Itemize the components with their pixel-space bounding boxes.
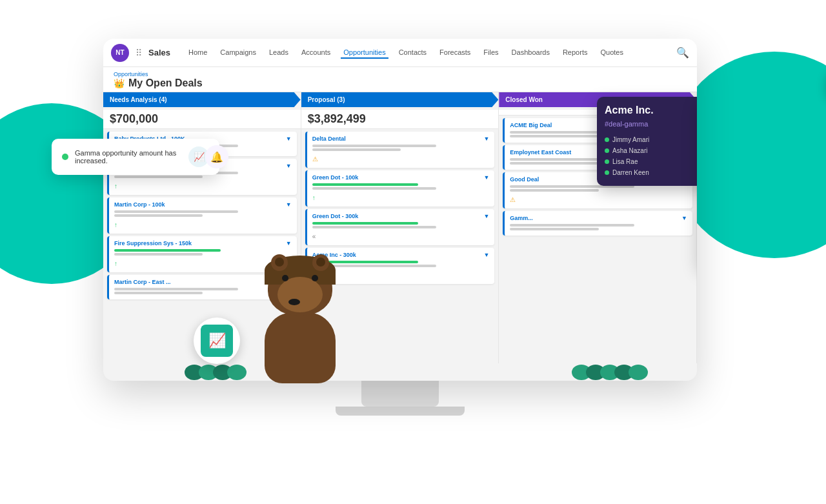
acme-inc-panel: Acme Inc. #deal-gamma Jimmy Amari Asha N… xyxy=(597,97,697,186)
breadcrumb: Opportunities xyxy=(114,71,687,77)
kanban-card[interactable]: Green Dot - 100k ▼ ↑ xyxy=(305,170,495,207)
nav-quotes[interactable]: Quotes xyxy=(598,47,625,59)
acme-panel-title: Acme Inc. xyxy=(605,105,697,116)
notification-text: Gamma opportunity amount has increased. xyxy=(75,149,182,165)
nav-items-list: Home Campaigns Leads Accounts Opportunit… xyxy=(186,47,671,59)
column-amount-proposal: $3,892,499 xyxy=(301,110,499,129)
nav-contacts[interactable]: Contacts xyxy=(396,47,429,59)
acme-member-4: Darren Keen xyxy=(605,167,697,178)
grid-icon[interactable]: ⠿ xyxy=(136,48,142,58)
kanban-card[interactable]: Gamm... ▼ xyxy=(503,211,692,236)
monitor-screen: NT ⠿ Sales Home Campaigns Leads Accounts… xyxy=(103,39,697,381)
nav-leads[interactable]: Leads xyxy=(267,47,291,59)
salesforce-icon-badge: 📈 xyxy=(194,318,240,364)
nav-accounts[interactable]: Accounts xyxy=(299,47,333,59)
nav-reports[interactable]: Reports xyxy=(560,47,590,59)
chart-icon: 📈 xyxy=(201,325,233,357)
acme-member-1: Jimmy Amari xyxy=(605,134,697,145)
search-icon[interactable]: 🔍 xyxy=(676,46,689,59)
acme-member-2: Asha Nazari xyxy=(605,145,697,156)
column-amount-needs-analysis: $700,000 xyxy=(103,110,301,129)
column-header-needs-analysis: Needs Analysis (4) xyxy=(103,92,301,107)
salesforce-navbar: NT ⠿ Sales Home Campaigns Leads Accounts… xyxy=(103,39,697,67)
notification-dot xyxy=(62,154,68,160)
bush-right-decoration xyxy=(574,365,645,380)
notification-popup: Gamma opportunity amount has increased. … xyxy=(52,139,219,175)
user-avatar[interactable]: NT xyxy=(111,44,129,62)
member-status-dot xyxy=(605,159,609,164)
monitor-base xyxy=(336,407,465,416)
astro-character xyxy=(232,222,361,403)
nav-home[interactable]: Home xyxy=(186,47,210,59)
column-header-proposal: Proposal (3) xyxy=(301,92,499,107)
bell-icon[interactable]: 🔔 xyxy=(205,145,228,168)
nav-forecasts[interactable]: Forecasts xyxy=(437,47,473,59)
monitor-frame: Gamma opportunity amount has increased. … xyxy=(103,39,697,416)
acme-channel: #deal-gamma xyxy=(605,120,697,128)
member-status-dot xyxy=(605,148,609,153)
monitor-stand xyxy=(361,381,439,407)
nav-files[interactable]: Files xyxy=(481,47,501,59)
nav-opportunities[interactable]: Opportunities xyxy=(341,47,388,59)
kanban-card[interactable]: Delta Dental ▼ ⚠ xyxy=(305,132,495,168)
page-header: Opportunities 👑 My Open Deals xyxy=(103,67,697,92)
crown-icon: 👑 xyxy=(114,78,125,88)
app-name: Sales xyxy=(148,48,170,57)
member-status-dot xyxy=(605,170,609,175)
page-title: 👑 My Open Deals xyxy=(114,77,687,89)
nav-campaigns[interactable]: Campaigns xyxy=(217,47,259,59)
nav-dashboards[interactable]: Dashboards xyxy=(509,47,552,59)
member-status-dot xyxy=(605,137,609,142)
acme-member-3: Lisa Rae xyxy=(605,156,697,167)
